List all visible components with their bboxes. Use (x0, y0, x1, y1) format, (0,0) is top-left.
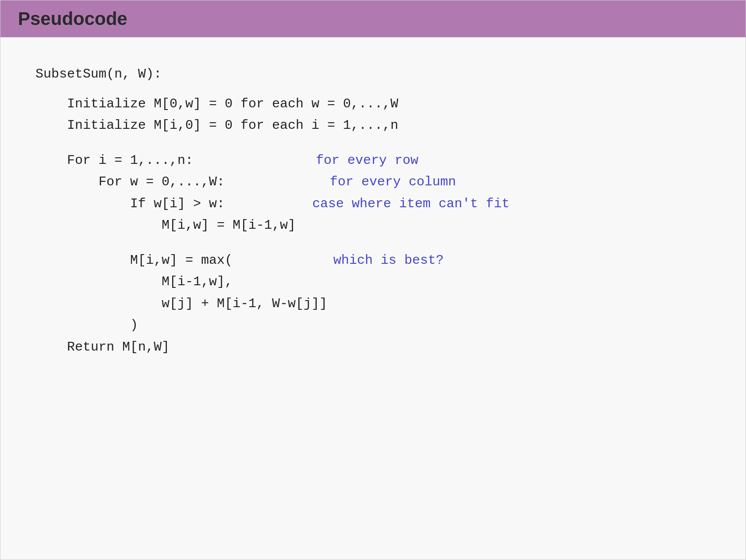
code-line-init1: Initialize M[0,w] = 0 for each w = 0,...… (35, 93, 711, 115)
code-line-max-arg2: w[j] + M[i-1, W-w[j]] (35, 293, 711, 315)
code-max-arg1: M[i-1,w], (35, 271, 233, 293)
code-if: If w[i] > w: (35, 193, 225, 215)
code-if-comment: case where item can't fit (312, 193, 509, 215)
slide-title: Pseudocode (18, 8, 127, 29)
code-for-i-comment: for every row (316, 150, 418, 172)
code-line-for-i: For i = 1,...,n: for every row (35, 150, 711, 172)
code-line-assign1: M[i,w] = M[i-1,w] (35, 215, 711, 237)
code-line-max: M[i,w] = max( which is best? (35, 250, 711, 272)
slide-container: Pseudocode SubsetSum(n, W): Initialize M… (0, 0, 746, 560)
code-for-i: For i = 1,...,n: (35, 150, 193, 172)
code-func-sig: SubsetSum(n, W): (35, 64, 162, 85)
slide-body: SubsetSum(n, W): Initialize M[0,w] = 0 f… (0, 37, 746, 560)
code-for-w: For w = 0,...,W: (35, 171, 225, 193)
slide-header: Pseudocode (0, 0, 746, 37)
code-assign1: M[i,w] = M[i-1,w] (35, 215, 296, 237)
code-line-return: Return M[n,W] (35, 337, 711, 358)
code-line-func: SubsetSum(n, W): (35, 64, 711, 85)
code-line-for-w: For w = 0,...,W: for every column (35, 171, 711, 193)
code-init1: Initialize M[0,w] = 0 for each w = 0,...… (35, 93, 398, 115)
code-max: M[i,w] = max( (35, 250, 233, 272)
code-line-if: If w[i] > w: case where item can't fit (35, 193, 711, 215)
code-close-paren: ) (35, 315, 138, 337)
code-return: Return M[n,W] (35, 337, 170, 358)
code-init2: Initialize M[i,0] = 0 for each i = 1,...… (35, 115, 398, 137)
code-max-arg2: w[j] + M[i-1, W-w[j]] (35, 293, 327, 315)
code-line-close: ) (35, 315, 711, 337)
code-line-max-arg1: M[i-1,w], (35, 271, 711, 293)
code-max-comment: which is best? (333, 250, 444, 272)
code-line-init2: Initialize M[i,0] = 0 for each i = 1,...… (35, 115, 711, 137)
code-for-w-comment: for every column (330, 171, 456, 193)
code-block: SubsetSum(n, W): Initialize M[0,w] = 0 f… (35, 64, 711, 358)
